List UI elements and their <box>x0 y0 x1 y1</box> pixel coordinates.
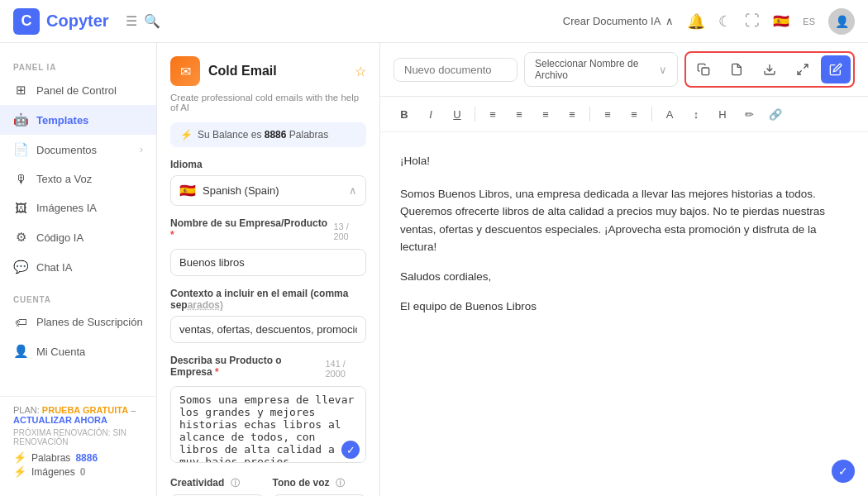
pen-button[interactable]: ✏ <box>738 103 760 125</box>
app-logo: C Copyter <box>13 8 109 35</box>
sidebar-item-label: Templates <box>36 114 88 126</box>
contexto-input[interactable] <box>170 316 366 343</box>
font-color-button[interactable]: A <box>659 103 680 125</box>
list-button[interactable]: ≡ <box>597 103 618 125</box>
middle-panel: ✉ Cold Email ☆ Create professional cold … <box>157 43 380 496</box>
sidebar-item-chat-ia[interactable]: 💬 Chat IA <box>0 252 156 282</box>
sidebar-section-panel-ia: PANEL IA <box>0 56 156 75</box>
rp-content: ¡Hola! Somos Buenos Libros, una empresa … <box>380 132 868 496</box>
renovacion-label: PRÓXIMA RENOVACIÓN: SIN RENOVACIÓN <box>13 428 143 446</box>
sidebar-item-codigo-ia[interactable]: ⚙ Código IA <box>0 222 156 252</box>
descripcion-wrapper: Somos una empresa de llevar los grandes … <box>170 386 366 465</box>
crear-documento-button[interactable]: Crear Documento IA ∧ <box>563 15 675 27</box>
descripcion-label: Describa su Producto o Empresa * <box>170 355 325 378</box>
main-layout: PANEL IA ⊞ Panel de Control 🤖 Templates … <box>0 43 868 496</box>
new-doc-button[interactable] <box>722 55 751 83</box>
ai-icon: 🤖 <box>13 112 28 127</box>
sidebar-item-templates[interactable]: 🤖 Templates <box>0 105 156 135</box>
doc-name-input[interactable] <box>393 58 517 82</box>
justify-button[interactable]: ≡ <box>561 103 583 125</box>
tono-info-icon[interactable]: ⓘ <box>336 478 345 488</box>
align-left-button[interactable]: ≡ <box>482 103 503 125</box>
sidebar-item-texto-a-voz[interactable]: 🎙 Texto a Voz <box>0 165 156 193</box>
line-height-button[interactable]: ↕ <box>685 103 707 125</box>
email-closing-1: Saludos cordiales, <box>400 268 848 286</box>
filename-button[interactable]: Seleccionar Nombre de Archivo ∨ <box>524 52 678 87</box>
chevron-down-icon-filename: ∨ <box>659 64 667 76</box>
sidebar-item-label: Texto a Voz <box>36 173 92 185</box>
idioma-label: Idioma <box>170 159 366 170</box>
svg-line-3 <box>798 70 802 74</box>
sidebar-item-panel-control[interactable]: ⊞ Panel de Control <box>0 75 156 105</box>
sidebar-item-mi-cuenta[interactable]: 👤 Mi Cuenta <box>0 336 156 366</box>
avatar[interactable]: 👤 <box>828 8 855 35</box>
template-icon-box: ✉ <box>170 56 200 86</box>
fmt-sep-1 <box>475 107 475 122</box>
hamburger-icon[interactable]: ☰ <box>126 13 137 29</box>
download-button[interactable] <box>755 55 785 83</box>
align-center-button[interactable]: ≡ <box>508 103 530 125</box>
user-icon: 👤 <box>13 344 28 359</box>
bold-button[interactable]: B <box>393 103 415 125</box>
plan-sep: – <box>131 405 136 415</box>
sidebar-item-label: Panel de Control <box>36 84 117 97</box>
contexto-label: Contexto a incluir en el email (comma se… <box>170 288 366 311</box>
chevron-up-icon: ∧ <box>665 15 674 27</box>
share-button[interactable] <box>788 55 818 83</box>
descripcion-confirm-button[interactable]: ✓ <box>341 441 360 459</box>
sidebar-item-label: Mi Cuenta <box>36 346 85 358</box>
ordered-list-button[interactable]: ≡ <box>623 103 645 125</box>
heading-button[interactable]: H <box>712 103 733 125</box>
bolt-icon-2: ⚡ <box>13 465 26 478</box>
link-button[interactable]: 🔗 <box>765 103 786 125</box>
sidebar-item-label: Código IA <box>36 231 83 244</box>
creatividad-info-icon[interactable]: ⓘ <box>231 478 240 488</box>
bolt-balance-icon: ⚡ <box>180 129 193 141</box>
rp-toolbar: Seleccionar Nombre de Archivo ∨ <box>380 43 868 97</box>
sidebar-item-planes[interactable]: 🏷 Planes de Suscripción <box>0 308 156 336</box>
template-desc: Create professional cold emails with the… <box>170 93 366 112</box>
edit-button[interactable] <box>821 55 851 83</box>
bell-icon[interactable]: 🔔 <box>687 12 705 31</box>
sidebar-item-label: Documentos <box>36 144 97 156</box>
language-code[interactable]: ES <box>803 17 815 26</box>
descripcion-section: Describa su Producto o Empresa * 141 / 2… <box>170 355 366 465</box>
expand-icon[interactable]: ⛶ <box>745 12 760 30</box>
topbar: C Copyter ☰ 🔍 Crear Documento IA ∧ 🔔 ☾ ⛶… <box>0 0 868 43</box>
sidebar-item-imagenes-ia[interactable]: 🖼 Imágenes IA <box>0 193 156 222</box>
topbar-right: Crear Documento IA ∧ 🔔 ☾ ⛶ 🇪🇸 ES 👤 <box>563 8 855 35</box>
template-title: Cold Email <box>208 64 277 79</box>
empresa-section: Nombre de su Empresa/Producto * 13 / 200 <box>170 217 366 276</box>
idioma-section: Idioma 🇪🇸 Spanish (Spain) ∧ <box>170 159 366 206</box>
chat-icon: 💬 <box>13 260 28 274</box>
balance-text: Su Balance es 8886 Palabras <box>198 129 328 141</box>
balance-display: ⚡ Su Balance es 8886 Palabras <box>170 122 366 147</box>
fmt-sep-3 <box>651 107 652 122</box>
sidebar-item-label: Planes de Suscripción <box>36 316 143 328</box>
moon-icon[interactable]: ☾ <box>718 12 732 31</box>
italic-button[interactable]: I <box>420 103 441 125</box>
image-icon: 🖼 <box>13 201 28 215</box>
plan-free: PRUEBA GRATUITA <box>42 405 128 415</box>
idioma-select[interactable]: 🇪🇸 Spanish (Spain) ∧ <box>170 175 366 206</box>
code-icon: ⚙ <box>13 230 28 245</box>
idioma-flag: 🇪🇸 <box>179 183 196 198</box>
document-icon: 📄 <box>13 142 28 157</box>
creatividad-tono-row: Creatividad ⓘ Media ∨ Tono de voz ⓘ Casu… <box>170 477 366 496</box>
format-bar: B I U ≡ ≡ ≡ ≡ ≡ ≡ A ↕ H ✏ 🔗 <box>380 97 868 132</box>
sidebar-item-documentos[interactable]: 📄 Documentos › <box>0 135 156 165</box>
copy-button[interactable] <box>689 55 718 83</box>
empresa-count: 13 / 200 <box>333 222 366 241</box>
favorite-icon[interactable]: ☆ <box>355 64 366 79</box>
align-right-button[interactable]: ≡ <box>535 103 556 125</box>
empresa-input[interactable] <box>170 249 366 276</box>
palabras-value: 8886 <box>75 452 98 464</box>
confirm-button[interactable]: ✓ <box>832 460 855 483</box>
descripcion-count: 141 / 2000 <box>325 359 366 379</box>
required-star: * <box>170 229 174 241</box>
plan-update[interactable]: ACTUALIZAR AHORA <box>13 415 107 425</box>
descripcion-textarea[interactable]: Somos una empresa de llevar los grandes … <box>170 386 366 463</box>
search-icon[interactable]: 🔍 <box>144 13 160 29</box>
underline-button[interactable]: U <box>446 103 468 125</box>
language-flag[interactable]: 🇪🇸 <box>773 13 789 29</box>
